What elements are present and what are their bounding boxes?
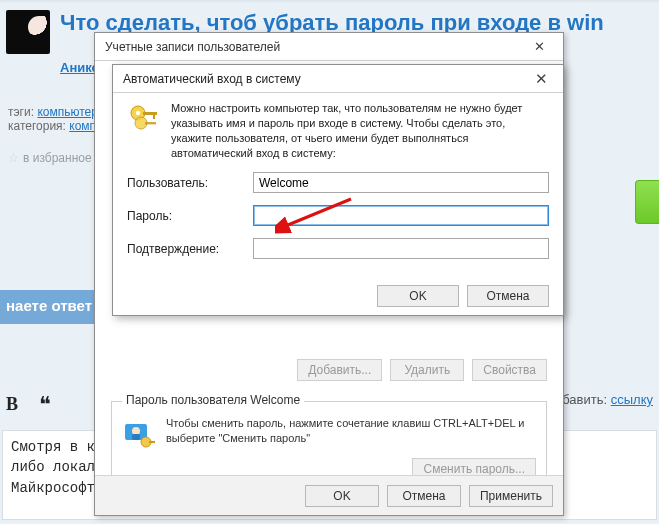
category-label: категория: <box>8 119 66 133</box>
add-user-button: Добавить... <box>297 359 382 381</box>
bold-button[interactable]: B <box>6 394 18 414</box>
password-hint: Чтобы сменить пароль, нажмите сочетание … <box>166 416 536 446</box>
favorite-label: в избранное <box>23 151 92 165</box>
user-accounts-titlebar[interactable]: Учетные записи пользователей ✕ <box>95 33 563 61</box>
auto-logon-description: Можно настроить компьютер так, что польз… <box>171 101 549 160</box>
delete-user-button: Удалить <box>390 359 464 381</box>
avatar[interactable] <box>6 10 50 54</box>
confirm-row: Подтверждение: <box>127 238 549 259</box>
editor-toolbar: B ❝ <box>6 390 51 416</box>
user-accounts-title: Учетные записи пользователей <box>105 40 521 54</box>
auto-logon-dialog: Автоматический вход в систему ✕ Можно на… <box>112 64 564 316</box>
svg-rect-4 <box>149 441 155 443</box>
svg-rect-10 <box>145 122 156 124</box>
ok-button[interactable]: OK <box>377 285 459 307</box>
star-icon: ☆ <box>8 151 19 165</box>
user-properties-button: Свойства <box>472 359 547 381</box>
apply-button[interactable]: Применить <box>469 485 553 507</box>
user-label: Пользователь: <box>127 176 253 190</box>
cancel-button[interactable]: Отмена <box>467 285 549 307</box>
auto-logon-titlebar[interactable]: Автоматический вход в систему ✕ <box>113 65 563 93</box>
user-input[interactable] <box>253 172 549 193</box>
tag-link[interactable]: компьютер <box>37 105 98 119</box>
password-row: Пароль: <box>127 205 549 226</box>
user-accounts-footer: OK Отмена Применить <box>95 475 563 515</box>
svg-rect-7 <box>143 112 157 115</box>
svg-point-6 <box>136 111 140 115</box>
svg-rect-2 <box>132 434 140 440</box>
add-link-link[interactable]: ссылку <box>611 392 653 407</box>
user-list-buttons: Добавить... Удалить Свойства <box>297 359 547 381</box>
password-group-legend: Пароль пользователя Welcome <box>122 393 304 407</box>
auto-logon-body: Можно настроить компьютер так, что польз… <box>113 93 563 259</box>
confirm-input[interactable] <box>253 238 549 259</box>
user-row: Пользователь: <box>127 172 549 193</box>
password-label: Пароль: <box>127 209 253 223</box>
password-input[interactable] <box>253 205 549 226</box>
auto-logon-footer: OK Отмена <box>113 287 563 315</box>
user-key-icon <box>122 418 156 452</box>
quote-button[interactable]: ❝ <box>39 392 51 417</box>
green-side-button[interactable] <box>635 180 659 224</box>
confirm-label: Подтверждение: <box>127 242 253 256</box>
svg-point-1 <box>132 427 140 435</box>
close-icon[interactable]: ✕ <box>521 37 557 57</box>
ok-button[interactable]: OK <box>305 485 379 507</box>
svg-rect-8 <box>153 115 155 119</box>
keys-icon <box>127 101 161 135</box>
tags-label: тэги: <box>8 105 34 119</box>
auto-logon-title: Автоматический вход в систему <box>123 72 521 86</box>
close-icon[interactable]: ✕ <box>521 68 561 90</box>
cancel-button[interactable]: Отмена <box>387 485 461 507</box>
